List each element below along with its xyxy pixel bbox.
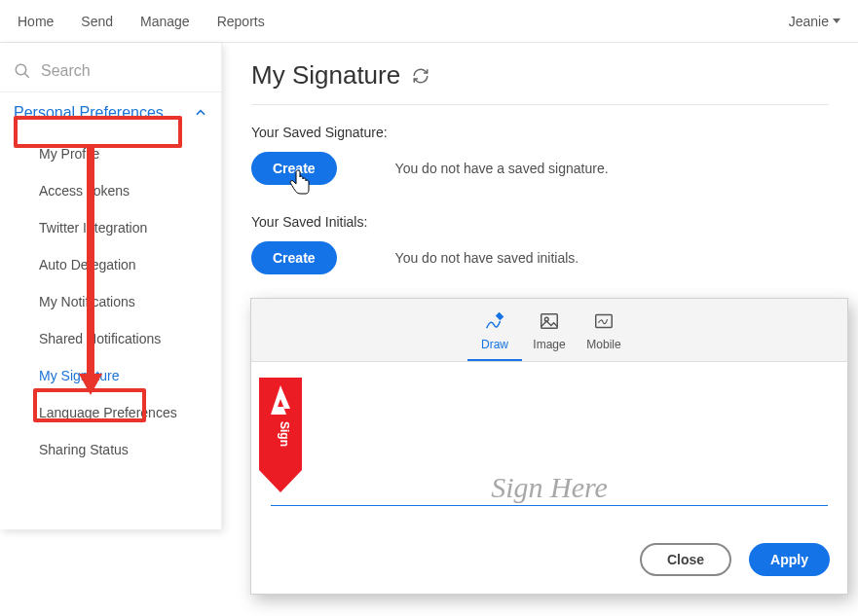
sidebar-item-my-signature[interactable]: My Signature (0, 357, 221, 394)
create-signature-button[interactable]: Create (251, 152, 337, 185)
nav-manage[interactable]: Manage (140, 14, 190, 29)
signature-dialog: Draw Image Mobile Sign Sign Here Close A… (250, 298, 848, 595)
user-name: Jeanie (789, 14, 829, 29)
sidebar: Search Personal Preferences My Profile A… (0, 43, 222, 529)
signature-line (271, 505, 828, 506)
image-icon (539, 310, 560, 332)
sidebar-item-my-profile[interactable]: My Profile (0, 135, 221, 172)
tab-mobile[interactable]: Mobile (577, 310, 631, 361)
search-icon (14, 62, 31, 80)
chevron-up-icon (194, 106, 207, 120)
signature-label: Your Saved Signature: (251, 125, 829, 140)
sidebar-section-header[interactable]: Personal Preferences (0, 92, 221, 131)
apply-button[interactable]: Apply (749, 543, 830, 576)
sidebar-section-title: Personal Preferences (14, 104, 164, 122)
mobile-icon (593, 310, 615, 332)
draw-icon (484, 310, 505, 332)
sidebar-item-auto-delegation[interactable]: Auto Delegation (0, 246, 221, 283)
create-initials-button[interactable]: Create (251, 241, 337, 274)
sidebar-list: My Profile Access Tokens Twitter Integra… (0, 131, 221, 486)
top-nav: Home Send Manage Reports Jeanie (0, 0, 858, 43)
search-input[interactable]: Search (0, 54, 221, 92)
chevron-down-icon (833, 18, 840, 23)
initials-label: Your Saved Initials: (251, 214, 829, 230)
initials-status: You do not have saved initials. (395, 250, 579, 266)
nav-home[interactable]: Home (18, 14, 54, 29)
svg-text:Sign: Sign (278, 421, 291, 447)
search-placeholder: Search (41, 62, 91, 80)
user-menu[interactable]: Jeanie (789, 14, 840, 29)
sidebar-item-my-notifications[interactable]: My Notifications (0, 283, 221, 320)
svg-point-0 (16, 64, 26, 75)
close-button[interactable]: Close (640, 543, 731, 576)
tab-image[interactable]: Image (522, 310, 577, 361)
signature-canvas[interactable]: Sign Sign Here (251, 362, 847, 527)
sign-here-placeholder: Sign Here (251, 471, 847, 504)
dialog-toolbar: Draw Image Mobile (251, 299, 847, 362)
adobe-sign-tab-icon: Sign (259, 378, 302, 494)
sidebar-item-language-preferences[interactable]: Language Preferences (0, 394, 221, 431)
sidebar-item-access-tokens[interactable]: Access Tokens (0, 172, 221, 209)
sidebar-item-sharing-status[interactable]: Sharing Status (0, 431, 221, 468)
refresh-icon[interactable] (412, 67, 429, 85)
svg-marker-8 (259, 470, 302, 492)
tab-draw[interactable]: Draw (467, 310, 522, 361)
sidebar-item-twitter-integration[interactable]: Twitter Integration (0, 209, 221, 246)
nav-send[interactable]: Send (81, 14, 113, 29)
svg-rect-7 (259, 378, 302, 470)
svg-rect-6 (596, 315, 613, 328)
signature-status: You do not have a saved signature. (395, 161, 609, 176)
nav-reports[interactable]: Reports (217, 14, 265, 29)
page-title: My Signature (251, 60, 400, 91)
svg-rect-4 (541, 314, 558, 329)
svg-line-1 (24, 73, 29, 78)
sidebar-item-shared-notifications[interactable]: Shared Notifications (0, 320, 221, 357)
